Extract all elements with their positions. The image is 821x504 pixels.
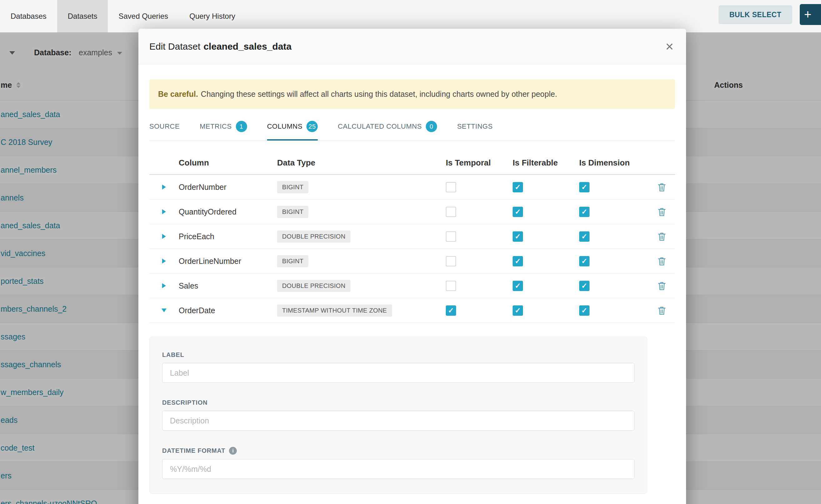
data-type-pill: DOUBLE PRECISION [277,280,350,292]
modal-header: Edit Datasetcleaned_sales_data × [138,29,686,64]
collapse-caret-icon[interactable] [161,309,166,312]
expand-caret-icon[interactable] [162,283,166,288]
plus-icon: + [804,7,811,22]
column-detail-panel: LABEL DESCRIPTION DATETIME FORMAT [149,337,647,494]
is-dimension-checkbox[interactable] [579,256,590,266]
tab-label: METRICS [200,122,232,131]
nav-item-datasets[interactable]: Datasets [57,0,108,32]
delete-column-button[interactable] [658,306,666,315]
is-filterable-checkbox[interactable] [513,256,523,266]
column-row: QuantityOrderedBIGINT [149,200,675,224]
dataset-name: cleaned_sales_data [203,41,291,52]
is-filterable-checkbox[interactable] [513,207,523,217]
columns-table-header: Column Data Type Is Temporal Is Filterab… [149,141,675,175]
column-name: Sales [179,281,277,290]
expand-caret-icon[interactable] [162,259,166,264]
tab-metrics[interactable]: METRICS1 [200,113,247,140]
expand-caret-icon[interactable] [162,234,166,239]
data-type-cell: BIGINT [277,206,446,218]
info-icon[interactable] [229,447,237,455]
tab-count-badge: 25 [306,121,318,132]
column-row: SalesDOUBLE PRECISION [149,274,675,298]
modal-body: Be careful. Changing these settings will… [138,79,686,494]
delete-column-button[interactable] [658,257,666,266]
data-type-pill: TIMESTAMP WITHOUT TIME ZONE [277,304,392,317]
nav-item-query-history[interactable]: Query History [179,0,246,32]
tab-count-badge: 0 [426,121,437,132]
tab-count-badge: 1 [236,121,247,132]
description-input[interactable] [162,411,635,431]
is-filterable-checkbox[interactable] [513,182,523,192]
is-temporal-checkbox[interactable] [446,207,456,217]
is-dimension-checkbox[interactable] [579,207,590,217]
modal-title-prefix: Edit Dataset [149,41,200,52]
add-dataset-button[interactable]: + [800,4,821,25]
tab-label: SETTINGS [457,122,493,131]
description-field-label: DESCRIPTION [162,399,207,406]
datetime-format-field-label: DATETIME FORMAT [162,447,225,454]
data-type-cell: TIMESTAMP WITHOUT TIME ZONE [277,304,446,317]
is-dimension-checkbox[interactable] [579,182,590,192]
delete-column-button[interactable] [658,207,666,216]
is-dimension-checkbox[interactable] [579,281,590,291]
is-dimension-checkbox[interactable] [579,305,590,316]
expand-caret-icon[interactable] [162,209,166,214]
th-column: Column [179,158,277,168]
th-is-filterable: Is Filterable [513,158,579,168]
column-row: OrderDateTIMESTAMP WITHOUT TIME ZONE [149,298,675,323]
data-type-cell: DOUBLE PRECISION [277,280,446,292]
is-temporal-checkbox[interactable] [446,256,456,266]
modal-title: Edit Datasetcleaned_sales_data [149,41,291,52]
is-temporal-checkbox[interactable] [446,231,456,242]
tab-label: COLUMNS [267,122,303,131]
warning-banner-bold: Be careful. [158,90,198,99]
data-type-cell: DOUBLE PRECISION [277,230,446,243]
nav-item-databases[interactable]: Databases [0,0,57,32]
delete-column-button[interactable] [658,281,666,290]
is-temporal-checkbox[interactable] [446,305,456,316]
close-icon[interactable]: × [665,40,674,53]
tab-calculated-columns[interactable]: CALCULATED COLUMNS0 [338,113,437,140]
delete-column-button[interactable] [658,183,666,192]
tab-settings[interactable]: SETTINGS [457,113,493,140]
column-name: OrderNumber [179,183,277,192]
tab-label: CALCULATED COLUMNS [338,122,422,131]
column-row: OrderLineNumberBIGINT [149,249,675,274]
column-name: OrderLineNumber [179,257,277,266]
data-type-pill: BIGINT [277,181,308,193]
th-is-temporal: Is Temporal [446,158,513,168]
tab-columns[interactable]: COLUMNS25 [267,113,318,140]
label-field-label: LABEL [162,351,184,358]
column-row: OrderNumberBIGINT [149,175,675,200]
is-filterable-checkbox[interactable] [513,281,523,291]
column-name: OrderDate [179,306,277,315]
is-temporal-checkbox[interactable] [446,182,456,192]
warning-banner: Be careful. Changing these settings will… [149,79,675,109]
column-row: PriceEachDOUBLE PRECISION [149,224,675,249]
modal-tabs: SOURCEMETRICS1COLUMNS25CALCULATED COLUMN… [149,113,675,141]
is-filterable-checkbox[interactable] [513,231,523,242]
is-dimension-checkbox[interactable] [579,231,590,242]
warning-banner-text: Changing these settings will affect all … [201,90,557,99]
bulk-select-button[interactable]: BULK SELECT [719,5,792,24]
is-temporal-checkbox[interactable] [446,281,456,291]
top-nav: DatabasesDatasetsSaved QueriesQuery Hist… [0,0,821,33]
delete-column-button[interactable] [658,232,666,241]
tab-source[interactable]: SOURCE [149,113,180,140]
data-type-pill: DOUBLE PRECISION [277,230,350,243]
th-is-dimension: Is Dimension [579,158,649,168]
column-name: QuantityOrdered [179,207,277,216]
edit-dataset-modal: Edit Datasetcleaned_sales_data × Be care… [138,29,686,504]
data-type-pill: BIGINT [277,206,308,218]
is-filterable-checkbox[interactable] [513,305,523,316]
nav-item-saved-queries[interactable]: Saved Queries [108,0,179,32]
data-type-pill: BIGINT [277,255,308,267]
expand-caret-icon[interactable] [162,185,166,190]
data-type-cell: BIGINT [277,181,446,193]
nav-tabs: DatabasesDatasetsSaved QueriesQuery Hist… [0,0,246,32]
datetime-format-input[interactable] [162,459,635,479]
column-name: PriceEach [179,232,277,241]
tab-label: SOURCE [149,122,180,131]
label-input[interactable] [162,363,635,383]
th-data-type: Data Type [277,158,446,168]
